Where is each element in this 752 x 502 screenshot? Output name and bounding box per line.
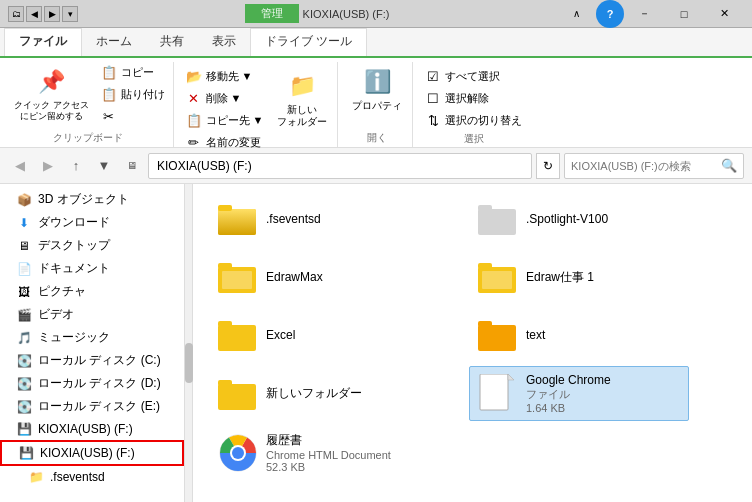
open-label: 開く (346, 129, 408, 147)
select-all-label: すべて選択 (445, 69, 500, 84)
svg-rect-17 (480, 374, 508, 410)
file-item-text[interactable]: text (469, 308, 689, 362)
address-bar: ◀ ▶ ↑ ▼ 🖥 KIOXIA(USB) (F:) ↻ 🔍 (0, 148, 752, 184)
sidebar-item-pictures[interactable]: 🖼 ピクチャ (0, 280, 184, 303)
new-folder-button[interactable]: 📁 新しいフォルダー (271, 66, 333, 132)
svg-rect-13 (478, 325, 516, 351)
tab-home[interactable]: ホーム (82, 29, 146, 56)
sidebar-item-fseventsd[interactable]: 📁 .fseventsd (0, 466, 184, 488)
svg-rect-15 (218, 384, 256, 410)
maximize-button[interactable]: □ (664, 0, 704, 28)
file-name-edraw-work: Edraw仕事 1 (526, 269, 594, 286)
svg-rect-10 (482, 271, 512, 289)
file-info-google-chrome: Google Chrome ファイル 1.64 KB (526, 373, 611, 414)
delete-button[interactable]: ✕ 削除 ▼ (182, 88, 268, 108)
tab-file[interactable]: ファイル (4, 28, 82, 56)
sidebar-label-pictures: ピクチャ (38, 283, 86, 300)
up-button[interactable]: ↑ (64, 154, 88, 178)
forward-icon-tb[interactable]: ▶ (44, 6, 60, 22)
cut-button[interactable]: ✂ (97, 106, 169, 126)
drive-e-icon: 💽 (16, 399, 32, 415)
invert-selection-button[interactable]: ⇅ 選択の切り替え (421, 110, 526, 130)
file-info-spotlight: .Spotlight-V100 (526, 212, 608, 226)
file-info-new-folder: 新しいフォルダー (266, 385, 362, 402)
window-icon: 🗂 (8, 6, 24, 22)
file-name-fseventsd: .fseventsd (266, 212, 321, 226)
sidebar-item-download[interactable]: ⬇ ダウンロード (0, 211, 184, 234)
search-icon[interactable]: 🔍 (721, 158, 737, 173)
quick-access-button[interactable]: 📌 クイック アクセスにピン留めする (8, 62, 95, 126)
sidebar-scrollbar[interactable] (185, 184, 193, 502)
select-none-label: 選択解除 (445, 91, 489, 106)
file-item-edraw-work[interactable]: Edraw仕事 1 (469, 250, 689, 304)
clipboard-small-btns: 📋 コピー 📋 貼り付け ✂ (97, 62, 169, 126)
back-icon-tb[interactable]: ◀ (26, 6, 42, 22)
help-button[interactable]: ? (596, 0, 624, 28)
svg-rect-12 (218, 321, 232, 327)
file-item-google-chrome[interactable]: Google Chrome ファイル 1.64 KB (469, 366, 689, 421)
tab-share[interactable]: 共有 (146, 29, 198, 56)
open-content: ℹ️ プロパティ (346, 62, 408, 129)
file-size-google-chrome: 1.64 KB (526, 402, 611, 414)
pictures-icon: 🖼 (16, 284, 32, 300)
copy-button[interactable]: 📋 コピー (97, 62, 169, 82)
file-item-fseventsd[interactable]: .fseventsd (209, 192, 429, 246)
select-all-icon: ☑ (425, 68, 441, 84)
file-item-spotlight[interactable]: .Spotlight-V100 (469, 192, 689, 246)
sidebar-item-desktop[interactable]: 🖥 デスクトップ (0, 234, 184, 257)
properties-button[interactable]: ℹ️ プロパティ (346, 62, 408, 116)
select-none-button[interactable]: ☐ 選択解除 (421, 88, 493, 108)
music-icon: 🎵 (16, 330, 32, 346)
sidebar-item-kioxia-1[interactable]: 💾 KIOXIA(USB) (F:) (0, 418, 184, 440)
select-all-button[interactable]: ☑ すべて選択 (421, 66, 504, 86)
active-tab-label: 管理 (245, 4, 299, 23)
file-name-google-chrome: Google Chrome (526, 373, 611, 387)
copy-icon: 📋 (101, 64, 117, 80)
file-item-excel[interactable]: Excel (209, 308, 429, 362)
sidebar-item-drive-c[interactable]: 💽 ローカル ディスク (C:) (0, 349, 184, 372)
invert-icon: ⇅ (425, 112, 441, 128)
forward-button[interactable]: ▶ (36, 154, 60, 178)
file-item-history[interactable]: 履歴書 Chrome HTML Document 52.3 KB (209, 425, 429, 480)
tab-view[interactable]: 表示 (198, 29, 250, 56)
sidebar-item-videos[interactable]: 🎬 ビデオ (0, 303, 184, 326)
address-path[interactable]: KIOXIA(USB) (F:) (148, 153, 532, 179)
sidebar-label-download: ダウンロード (38, 214, 110, 231)
minimize-button[interactable]: － (624, 0, 664, 28)
close-button[interactable]: ✕ (704, 0, 744, 28)
file-info-edraw-work: Edraw仕事 1 (526, 269, 594, 286)
sidebar-item-kioxia-selected[interactable]: 💾 KIOXIA(USB) (F:) (0, 440, 184, 466)
fseventsd-icon: 📁 (28, 469, 44, 485)
file-icon-history (218, 433, 258, 473)
invert-label: 選択の切り替え (445, 113, 522, 128)
folder-icon-text (478, 315, 518, 355)
title-bar-center: 管理 KIOXIA(USB) (F:) (245, 4, 390, 23)
down-icon-tb[interactable]: ▾ (62, 6, 78, 22)
3d-icon: 📦 (16, 192, 32, 208)
folder-icon-fseventsd (218, 199, 258, 239)
collapse-ribbon-button[interactable]: ∧ (556, 0, 596, 28)
file-size-history: 52.3 KB (266, 461, 391, 473)
back-button[interactable]: ◀ (8, 154, 32, 178)
file-item-new-folder[interactable]: 新しいフォルダー (209, 366, 429, 421)
file-grid: .fseventsd .Spotlight-V100 EdrawMax (209, 192, 736, 480)
file-item-edrawmax[interactable]: EdrawMax (209, 250, 429, 304)
rename-button[interactable]: ✏ 名前の変更 (182, 132, 268, 152)
move-to-button[interactable]: 📂 移動先 ▼ (182, 66, 268, 86)
sidebar-item-music[interactable]: 🎵 ミュージック (0, 326, 184, 349)
copy-to-button[interactable]: 📋 コピー先 ▼ (182, 110, 268, 130)
refresh-button[interactable]: ↻ (536, 153, 560, 179)
tab-drive-tools[interactable]: ドライブ ツール (250, 28, 367, 56)
new-folder-icon: 📁 (286, 70, 318, 102)
search-input[interactable] (571, 160, 717, 172)
recent-locations-button[interactable]: ▼ (92, 154, 116, 178)
paste-button[interactable]: 📋 貼り付け (97, 84, 169, 104)
file-name-text: text (526, 328, 545, 342)
sidebar-item-3d[interactable]: 📦 3D オブジェクト (0, 188, 184, 211)
file-name-history: 履歴書 (266, 432, 391, 449)
sidebar-item-drive-e[interactable]: 💽 ローカル ディスク (E:) (0, 395, 184, 418)
file-type-google-chrome: ファイル (526, 387, 611, 402)
sidebar-item-drive-d[interactable]: 💽 ローカル ディスク (D:) (0, 372, 184, 395)
drive-d-icon: 💽 (16, 376, 32, 392)
sidebar-item-documents[interactable]: 📄 ドキュメント (0, 257, 184, 280)
